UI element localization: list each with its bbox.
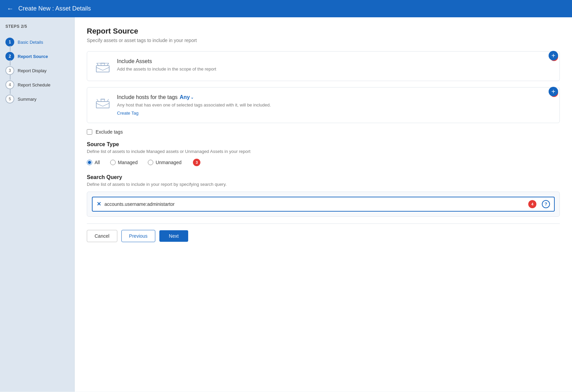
step-label-4: Report Schedule [18,82,51,87]
badge-4: 4 [528,200,536,208]
step-label-5: Summary [18,97,37,102]
include-hosts-title-row: Include hosts for the tags Any ⌄ [117,94,539,100]
next-button[interactable]: Next [159,230,188,242]
include-assets-title: Include Assets [117,58,539,64]
page-subtitle: Specify assets or asset tags to include … [87,38,560,43]
sidebar-item-summary[interactable]: 5 Summary [5,92,69,106]
source-type-desc: Define list of assets to include Managed… [87,149,560,154]
steps-label: STEPS 2/5 [5,24,69,29]
step-label-2: Report Source [18,54,48,59]
sidebar-item-report-display[interactable]: 3 Report Display [5,63,69,78]
include-hosts-prefix: Include hosts for the tags [117,94,178,100]
header: ← Create New : Asset Details [0,0,572,17]
source-type-title: Source Type [87,141,560,148]
exclude-tags-row: Exclude tags [87,129,560,135]
main-content: Report Source Specify assets or asset ta… [75,17,572,392]
any-dropdown[interactable]: Any ⌄ [180,94,194,100]
box-icon-assets [94,59,112,74]
header-title: Create New : Asset Details [18,5,91,12]
chevron-down-icon: ⌄ [191,95,194,100]
step-circle-1: 1 [5,38,14,46]
source-type-options: All Managed Unmanaged 3 [87,159,560,166]
sidebar: STEPS 2/5 1 Basic Details 2 Report Sourc… [0,17,75,392]
page-title: Report Source [87,27,560,36]
step-circle-3: 3 [5,66,14,75]
add-hosts-button[interactable]: + [549,87,558,96]
box-icon-hosts [94,95,112,110]
clear-icon[interactable]: ✕ [97,201,101,207]
search-query-desc: Define list of assets to include in your… [87,182,560,187]
footer: Cancel Previous Next [87,223,560,242]
step-circle-2: 2 [5,52,14,61]
step-circle-4: 4 [5,80,14,89]
badge-3: 3 [193,159,200,166]
radio-managed[interactable]: Managed [110,160,138,165]
include-hosts-card: Include hosts for the tags Any ⌄ Any hos… [87,87,560,123]
create-tag-link[interactable]: Create Tag [117,111,138,116]
search-input[interactable] [104,201,523,207]
include-assets-card: Include Assets Add the assets to include… [87,51,560,81]
radio-unmanaged[interactable]: Unmanaged [148,160,181,165]
step-circle-5: 5 [5,95,14,103]
include-assets-desc: Add the assets to include in the scope o… [117,66,539,73]
sidebar-item-basic-details[interactable]: 1 Basic Details [5,35,69,49]
exclude-tags-checkbox[interactable] [87,129,92,135]
radio-all[interactable]: All [87,160,100,165]
search-query-box: ✕ 4 ? [87,192,560,217]
previous-button[interactable]: Previous [121,230,155,242]
step-label-1: Basic Details [18,40,43,45]
step-label-3: Report Display [18,68,46,73]
svg-rect-0 [96,65,109,72]
sidebar-item-report-schedule[interactable]: 4 Report Schedule [5,78,69,92]
search-input-row: ✕ 4 ? [92,197,555,212]
include-hosts-desc: Any host that has even one of selected t… [117,102,539,109]
svg-rect-4 [96,101,109,108]
back-button[interactable]: ← [7,5,14,13]
sidebar-item-report-source[interactable]: 2 Report Source [5,49,69,63]
search-query-title: Search Query [87,174,560,180]
cancel-button[interactable]: Cancel [87,230,117,242]
help-icon[interactable]: ? [542,200,550,208]
add-assets-button[interactable]: + [549,51,558,60]
exclude-tags-label: Exclude tags [96,129,123,135]
